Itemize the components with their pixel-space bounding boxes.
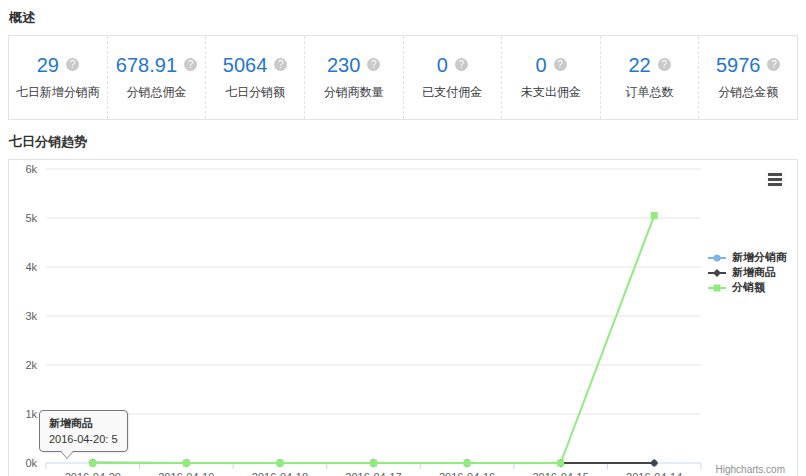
y-axis-label: 2k — [25, 359, 37, 371]
stat-label: 已支付佣金 — [422, 84, 482, 101]
stat-value: 230 — [327, 55, 360, 75]
data-point-marker — [464, 460, 471, 467]
help-icon[interactable]: ? — [455, 58, 468, 71]
data-point-marker — [557, 460, 564, 467]
highcharts-credit[interactable]: Highcharts.com — [716, 464, 785, 475]
legend-label: 分销额 — [732, 280, 765, 295]
data-point-marker — [650, 459, 658, 467]
stat-card-new-distributors: 29 ? 七日新增分销商 — [9, 36, 108, 119]
stat-card-total-amount: 5976 ? 分销总金额 — [699, 36, 797, 119]
legend-label: 新增分销商 — [732, 250, 787, 265]
x-axis-label: 2016-04-20 — [65, 471, 121, 476]
overview-heading: 概述 — [0, 0, 806, 35]
y-axis-label: 4k — [25, 261, 37, 273]
stat-label: 分销商数量 — [324, 84, 384, 101]
y-axis-label: 3k — [25, 310, 37, 322]
x-axis-label: 2016-04-15 — [533, 471, 589, 476]
stats-box: 29 ? 七日新增分销商 678.91 ? 分销总佣金 5064 ? 七日分销额… — [8, 35, 798, 120]
hamburger-icon — [768, 178, 782, 181]
stat-value: 22 — [628, 55, 650, 75]
legend-item[interactable]: 分销额 — [707, 280, 787, 295]
hamburger-icon — [768, 183, 782, 186]
stat-card-week-sales: 5064 ? 七日分销额 — [206, 36, 305, 119]
x-axis-label: 2016-04-16 — [439, 471, 495, 476]
help-icon[interactable]: ? — [367, 58, 380, 71]
legend-item[interactable]: 新增商品 — [707, 265, 787, 280]
hamburger-icon — [768, 173, 782, 176]
stat-label: 订单总数 — [626, 84, 674, 101]
stat-card-unpaid-commission: 0 ? 未支出佣金 — [502, 36, 601, 119]
stat-label: 七日分销额 — [225, 84, 285, 101]
stat-label: 七日新增分销商 — [16, 84, 100, 101]
stat-value: 0 — [437, 55, 448, 75]
stat-label: 分销总佣金 — [126, 84, 186, 101]
x-axis-label: 2016-04-18 — [252, 471, 308, 476]
y-axis-label: 6k — [25, 163, 37, 175]
stat-value: 678.91 — [116, 55, 177, 75]
stat-card-distributor-count: 230 ? 分销商数量 — [305, 36, 404, 119]
chart-container: 0k1k2k3k4k5k6k2016-04-202016-04-192016-0… — [8, 159, 798, 476]
legend-marker-icon — [707, 282, 727, 294]
data-point-marker — [651, 212, 658, 219]
chart-tooltip: 新增商品 2016-04-20: 5 — [39, 410, 128, 452]
export-menu-button[interactable] — [765, 170, 785, 188]
stat-value: 29 — [37, 55, 59, 75]
legend-marker-icon — [707, 267, 727, 279]
data-point-marker — [276, 460, 283, 467]
help-icon[interactable]: ? — [658, 58, 671, 71]
stat-label: 未支出佣金 — [521, 84, 581, 101]
trend-section: 七日分销趋势 0k1k2k3k4k5k6k2016-04-202016-04-1… — [0, 120, 806, 476]
y-axis-label: 0k — [25, 457, 37, 469]
x-axis-label: 2016-04-14 — [626, 471, 682, 476]
y-axis-label: 5k — [25, 212, 37, 224]
stat-value: 5976 — [716, 55, 761, 75]
stat-card-paid-commission: 0 ? 已支付佣金 — [404, 36, 503, 119]
stat-value: 0 — [535, 55, 546, 75]
stat-value: 5064 — [223, 55, 268, 75]
trend-heading: 七日分销趋势 — [0, 120, 806, 159]
stat-card-order-total: 22 ? 订单总数 — [601, 36, 700, 119]
data-point-marker — [370, 460, 377, 467]
tooltip-value: 2016-04-20: 5 — [49, 433, 118, 445]
legend-label: 新增商品 — [732, 265, 776, 280]
help-icon[interactable]: ? — [767, 58, 780, 71]
overview-section: 概述 29 ? 七日新增分销商 678.91 ? 分销总佣金 5064 ? 七日… — [0, 0, 806, 120]
x-axis-label: 2016-04-17 — [345, 471, 401, 476]
help-icon[interactable]: ? — [274, 58, 287, 71]
series-line — [93, 216, 654, 463]
data-point-marker — [183, 460, 190, 467]
y-axis-label: 1k — [25, 408, 37, 420]
tooltip-series-name: 新增商品 — [49, 416, 118, 431]
chart-legend: 新增分销商新增商品分销额 — [707, 250, 787, 295]
stat-label: 分销总金额 — [718, 84, 778, 101]
help-icon[interactable]: ? — [184, 58, 197, 71]
help-icon[interactable]: ? — [66, 58, 79, 71]
data-point-marker — [89, 460, 96, 467]
x-axis-label: 2016-04-19 — [158, 471, 214, 476]
help-icon[interactable]: ? — [554, 58, 567, 71]
legend-marker-icon — [707, 252, 727, 264]
legend-item[interactable]: 新增分销商 — [707, 250, 787, 265]
stat-card-total-commission: 678.91 ? 分销总佣金 — [108, 36, 207, 119]
